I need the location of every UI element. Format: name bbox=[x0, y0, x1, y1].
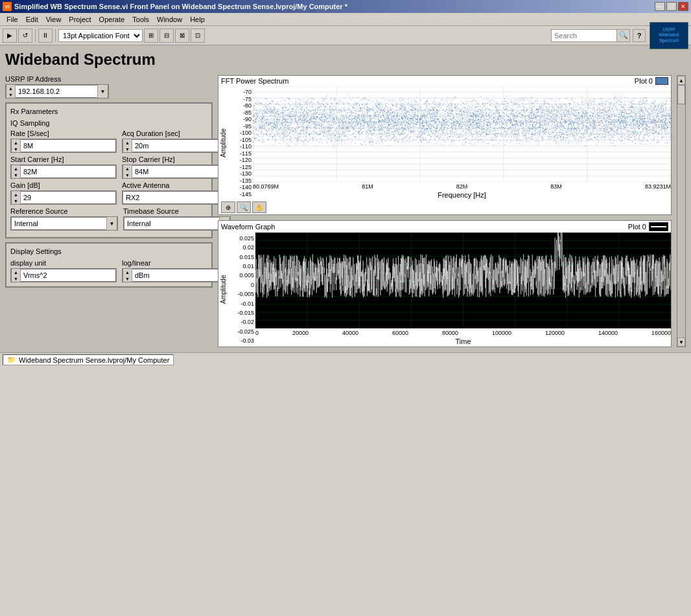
toolbar-separator-2 bbox=[55, 29, 56, 42]
fft-x-tick-2: 82M bbox=[456, 183, 468, 190]
fft-canvas bbox=[253, 86, 671, 182]
stop-carrier-input: ▲ ▼ bbox=[122, 165, 228, 179]
fft-pan-button[interactable]: ✋ bbox=[252, 201, 266, 213]
antenna-field[interactable] bbox=[123, 193, 218, 202]
unit-spinner: ▲ ▼ bbox=[12, 269, 21, 282]
wave-x-axis-label: Time bbox=[255, 337, 671, 347]
wave-canvas-area: 0 20000 40000 60000 80000 100000 120000 … bbox=[255, 233, 671, 347]
start-carrier-up[interactable]: ▲ bbox=[12, 165, 20, 172]
fft-crosshair-button[interactable]: ⊕ bbox=[221, 201, 235, 213]
wave-y-tick-7: -0.01 bbox=[229, 301, 254, 307]
start-carrier-down[interactable]: ▼ bbox=[12, 172, 20, 178]
usrp-ip-field[interactable] bbox=[16, 87, 97, 96]
ref-source-dropdown[interactable]: ▼ bbox=[106, 217, 117, 230]
reorder-button[interactable]: ⊡ bbox=[191, 29, 205, 43]
content-row: USRP IP Address ▲ ▼ ▼ Rx Parameters IQ S… bbox=[5, 75, 686, 347]
gain-input: ▲ ▼ bbox=[10, 190, 117, 205]
fft-x-tick-1: 81M bbox=[362, 183, 373, 190]
fft-chart-header: FFT Power Spectrum Plot 0 bbox=[218, 76, 671, 86]
unit-up[interactable]: ▲ bbox=[12, 269, 20, 275]
menu-operate[interactable]: Operate bbox=[95, 15, 129, 24]
iq-rate-row: Rate [S/sec] ▲ ▼ Acq Duration [sec] bbox=[10, 130, 207, 153]
waveform-plot-label: Plot 0 bbox=[628, 223, 646, 231]
stop-carrier-up[interactable]: ▲ bbox=[123, 165, 132, 172]
timebase-col: Timebase Source ▼ bbox=[123, 207, 231, 231]
menu-view[interactable]: View bbox=[42, 15, 65, 24]
main-scrollbar: ▲ ▼ bbox=[677, 75, 686, 347]
gain-up[interactable]: ▲ bbox=[12, 191, 20, 198]
waveform-chart-header: Waveform Graph Plot 0 bbox=[218, 221, 671, 233]
help-button[interactable]: ? bbox=[633, 29, 646, 42]
usrp-ip-dropdown[interactable]: ▼ bbox=[97, 85, 108, 98]
fft-y-tick-11: -125 bbox=[229, 164, 252, 170]
run-continuously-button[interactable]: ↺ bbox=[18, 29, 32, 43]
maximize-button[interactable]: □ bbox=[666, 2, 677, 11]
font-selector[interactable]: 13pt Application Font bbox=[58, 29, 143, 42]
wave-canvas bbox=[255, 233, 671, 328]
toolbar: ▶ ↺ ⏸ 13pt Application Font ⊞ ⊟ ⊠ ⊡ 🔍 ? … bbox=[0, 26, 691, 45]
search-input[interactable] bbox=[552, 30, 616, 41]
acq-down[interactable]: ▼ bbox=[123, 146, 132, 152]
wave-y-tick-3: 0.01 bbox=[229, 263, 254, 269]
acq-field[interactable] bbox=[132, 141, 227, 150]
fft-plot-color bbox=[655, 77, 668, 85]
start-carrier-spinner: ▲ ▼ bbox=[12, 165, 21, 178]
menu-window[interactable]: Window bbox=[153, 15, 186, 24]
rate-up[interactable]: ▲ bbox=[12, 139, 20, 146]
pause-button[interactable]: ⏸ bbox=[38, 29, 53, 43]
iq-sampling-label: IQ Sampling bbox=[10, 119, 207, 127]
fft-y-tick-12: -130 bbox=[229, 170, 252, 177]
stop-carrier-label: Stop Carrier [Hz] bbox=[122, 155, 228, 163]
rate-field[interactable] bbox=[21, 141, 115, 150]
resize-button[interactable]: ⊠ bbox=[175, 29, 189, 43]
acq-col: Acq Duration [sec] ▲ ▼ bbox=[122, 130, 228, 153]
unit-field[interactable] bbox=[21, 271, 115, 280]
run-arrow-button[interactable]: ▶ bbox=[3, 29, 17, 43]
gain-field[interactable] bbox=[21, 193, 115, 202]
fft-zoom-button[interactable]: 🔍 bbox=[237, 201, 251, 213]
log-linear-down[interactable]: ▼ bbox=[123, 275, 132, 282]
start-carrier-input: ▲ ▼ bbox=[10, 165, 117, 179]
fft-y-tick-1: -75 bbox=[229, 96, 252, 102]
wave-y-tick-2: 0.015 bbox=[229, 254, 254, 260]
menu-edit[interactable]: Edit bbox=[22, 15, 42, 24]
start-carrier-field[interactable] bbox=[21, 167, 115, 176]
scrollbar-up-button[interactable]: ▲ bbox=[677, 76, 685, 85]
unit-down[interactable]: ▼ bbox=[12, 275, 20, 282]
rate-down[interactable]: ▼ bbox=[12, 146, 20, 152]
antenna-label: Active Antenna bbox=[122, 181, 229, 189]
usrp-ip-down[interactable]: ▼ bbox=[6, 91, 15, 98]
fft-plot-legend: Plot 0 bbox=[635, 77, 668, 85]
menu-help[interactable]: Help bbox=[186, 15, 209, 24]
waveform-chart-body: Amplitude 0.025 0.02 0.015 0.01 0.005 0 … bbox=[218, 233, 671, 347]
usrp-ip-up[interactable]: ▲ bbox=[6, 85, 15, 91]
search-button[interactable]: 🔍 bbox=[616, 30, 629, 41]
minimize-button[interactable]: — bbox=[655, 2, 665, 11]
fft-y-tick-14: -140 bbox=[229, 184, 252, 190]
wave-y-tick-5: 0 bbox=[229, 282, 254, 288]
stop-carrier-down[interactable]: ▼ bbox=[123, 172, 132, 178]
status-text: Wideband Spectrum Sense.lvproj/My Comput… bbox=[19, 356, 169, 364]
rx-parameters-box: Rx Parameters IQ Sampling Rate [S/sec] ▲… bbox=[5, 102, 213, 238]
align-button[interactable]: ⊞ bbox=[144, 29, 158, 43]
rate-input: ▲ ▼ bbox=[10, 139, 117, 153]
acq-up[interactable]: ▲ bbox=[123, 139, 132, 146]
gain-down[interactable]: ▼ bbox=[12, 198, 20, 204]
scrollbar-thumb[interactable] bbox=[677, 85, 685, 104]
log-linear-up[interactable]: ▲ bbox=[123, 269, 132, 275]
close-button[interactable]: ✕ bbox=[678, 2, 688, 11]
antenna-col: Active Antenna ▼ bbox=[122, 181, 229, 205]
distribute-button[interactable]: ⊟ bbox=[159, 29, 174, 43]
log-linear-field[interactable] bbox=[132, 271, 227, 280]
stop-carrier-field[interactable] bbox=[132, 167, 227, 176]
menu-project[interactable]: Project bbox=[65, 15, 95, 24]
menu-tools[interactable]: Tools bbox=[128, 15, 153, 24]
fft-x-tick-0: 80.0769M bbox=[253, 183, 279, 190]
scrollbar-down-button[interactable]: ▼ bbox=[677, 337, 685, 347]
fft-y-axis-label: Amplitude bbox=[218, 86, 228, 200]
menu-file[interactable]: File bbox=[3, 15, 22, 24]
ref-source-field[interactable] bbox=[12, 219, 106, 228]
fft-y-tick-8: -110 bbox=[229, 143, 252, 150]
gain-spinner: ▲ ▼ bbox=[12, 191, 21, 204]
timebase-field[interactable] bbox=[124, 219, 219, 228]
